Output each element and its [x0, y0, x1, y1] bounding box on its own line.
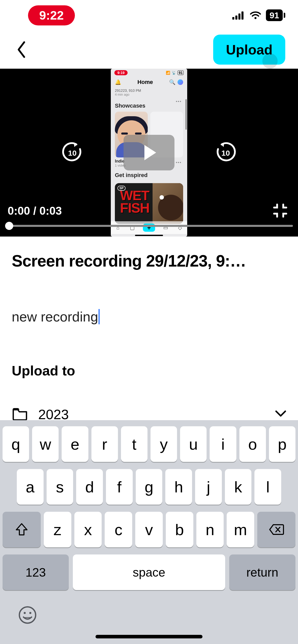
battery-level: 91	[266, 9, 283, 21]
folder-name: 2023	[38, 406, 69, 422]
preview-fish-image	[153, 183, 183, 224]
key-space[interactable]: space	[73, 554, 225, 590]
keyboard-row-2: a s d f g h j k l	[3, 469, 295, 505]
back-button[interactable]	[13, 41, 31, 58]
key-g[interactable]: g	[136, 469, 162, 505]
skip-back-10-button[interactable]: 10	[61, 141, 84, 164]
svg-rect-2	[238, 13, 240, 20]
key-d[interactable]: d	[76, 469, 103, 505]
key-q[interactable]: q	[3, 426, 29, 462]
svg-rect-3	[241, 11, 243, 20]
preview-signal-icon: 📶	[166, 71, 170, 75]
text-cursor	[99, 309, 100, 324]
wifi-icon	[250, 11, 261, 20]
key-a[interactable]: a	[17, 469, 44, 505]
upload-to-label: Upload to	[12, 363, 286, 378]
preview-showcase-more-icon: •••	[176, 160, 182, 165]
key-r[interactable]: r	[91, 426, 118, 462]
key-backspace[interactable]	[257, 512, 295, 547]
svg-text:10: 10	[221, 149, 230, 157]
play-button[interactable]	[124, 135, 174, 170]
preview-avatar-icon	[178, 79, 183, 85]
cellular-signal-icon	[232, 11, 245, 20]
progress-slider-thumb[interactable]	[5, 222, 13, 230]
key-w[interactable]: w	[32, 426, 59, 462]
preview-home-label: Home	[137, 79, 153, 85]
svg-text:10: 10	[68, 149, 76, 157]
folder-icon	[12, 407, 28, 422]
key-o[interactable]: o	[239, 426, 266, 462]
status-bar: 9:22 91	[0, 0, 298, 31]
key-n[interactable]: n	[196, 512, 224, 547]
preview-inspired-card: SP WET FISH	[115, 183, 183, 224]
upload-form: Screen recording 29/12/23, 9:… new recor…	[0, 237, 298, 422]
key-u[interactable]: u	[180, 426, 207, 462]
key-e[interactable]: e	[62, 426, 88, 462]
preview-poster-line2: FISH	[120, 200, 149, 215]
key-l[interactable]: l	[254, 469, 281, 505]
keyboard-row-3: z x c v b n m	[3, 512, 295, 547]
key-j[interactable]: j	[195, 469, 222, 505]
playback-time-label: 0:00 / 0:03	[8, 204, 62, 217]
key-h[interactable]: h	[165, 469, 192, 505]
video-player[interactable]: 9:19 📶 📡 91 🔔 Home 🔍 291223, 910 PM 4 mi…	[0, 69, 298, 237]
svg-point-9	[29, 612, 31, 614]
key-s[interactable]: s	[47, 469, 73, 505]
description-input[interactable]: new recording	[12, 309, 98, 325]
keyboard-row-1: q w e r t y u i o p	[3, 426, 295, 462]
svg-rect-1	[235, 16, 237, 20]
preview-search-icon: 🔍	[169, 79, 175, 85]
key-m[interactable]: m	[227, 512, 254, 547]
chevron-down-icon	[275, 410, 286, 418]
preview-bell-icon: 🔔	[115, 79, 121, 85]
key-z[interactable]: z	[44, 512, 71, 547]
fullscreen-button[interactable]	[273, 203, 288, 218]
key-v[interactable]: v	[135, 512, 163, 547]
key-c[interactable]: c	[105, 512, 132, 547]
preview-more-icon: •••	[176, 99, 182, 104]
key-i[interactable]: i	[210, 426, 236, 462]
keyboard-row-4: 123 space return	[3, 554, 295, 590]
key-shift[interactable]	[3, 512, 41, 547]
preview-time-pill: 9:19	[114, 70, 128, 75]
upload-button[interactable]: Upload	[213, 35, 285, 65]
preview-tabbar: ⌂ ▢ + ▭ ◇	[111, 221, 187, 234]
recording-time-pill: 9:22	[28, 5, 75, 25]
title-input[interactable]: Screen recording 29/12/23, 9:…	[12, 252, 286, 271]
battery-icon: 91	[266, 9, 285, 21]
key-b[interactable]: b	[166, 512, 193, 547]
folder-select-row[interactable]: 2023	[12, 406, 286, 422]
status-right: 91	[232, 9, 285, 21]
preview-scrollbar	[185, 99, 187, 130]
key-numbers[interactable]: 123	[3, 554, 69, 590]
svg-point-4	[254, 17, 256, 19]
preview-battery: 91	[178, 70, 184, 75]
key-p[interactable]: p	[269, 426, 295, 462]
preview-recent-sub: 4 min ago	[111, 93, 187, 98]
key-f[interactable]: f	[106, 469, 133, 505]
ios-keyboard: q w e r t y u i o p a s d f g h j k l z …	[0, 420, 298, 644]
svg-point-7	[19, 607, 36, 623]
play-icon	[144, 145, 156, 160]
preview-wifi-icon: 📡	[172, 71, 176, 75]
skip-forward-10-button[interactable]: 10	[214, 141, 237, 164]
svg-rect-0	[232, 17, 234, 20]
progress-slider-track[interactable]	[5, 225, 293, 227]
key-return[interactable]: return	[229, 554, 295, 590]
key-k[interactable]: k	[225, 469, 252, 505]
home-indicator[interactable]	[96, 635, 202, 638]
nav-bar: Upload	[0, 31, 298, 69]
key-t[interactable]: t	[121, 426, 147, 462]
preview-recent-line: 291223, 910 PM	[111, 87, 187, 93]
emoji-button[interactable]	[18, 605, 37, 629]
key-y[interactable]: y	[151, 426, 177, 462]
svg-point-8	[24, 612, 26, 614]
key-x[interactable]: x	[74, 512, 102, 547]
